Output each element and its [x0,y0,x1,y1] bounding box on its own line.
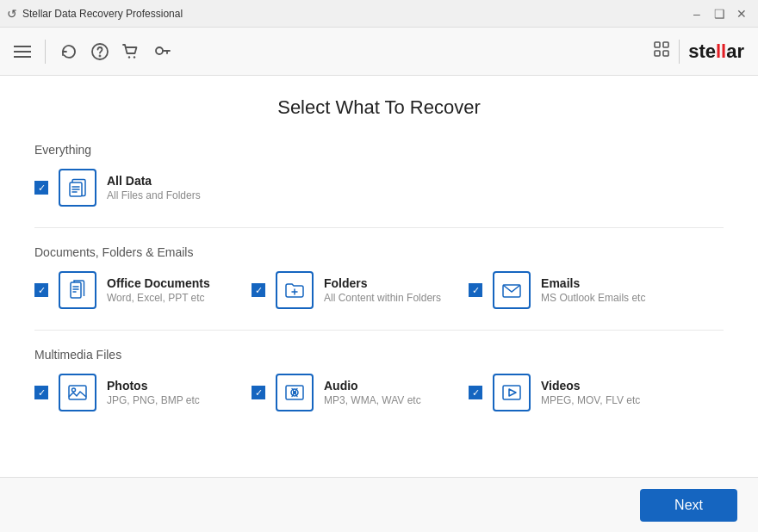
documents-options: ✓ Office Documents Word, Excel, PPT etc [34,271,724,309]
photos-checkbox[interactable]: ✓ [34,386,48,399]
office-docs-icon-box [59,271,96,309]
separator-2 [34,330,724,331]
option-all-data: ✓ All Data All Files and Folders [34,169,224,207]
all-data-checkbox[interactable]: ✓ [34,181,48,195]
page-title: Select What To Recover [34,96,724,119]
svg-rect-25 [503,386,520,399]
audio-icon-box [276,374,314,411]
all-data-icon-box [59,169,96,207]
grid-icon[interactable] [653,40,670,62]
option-audio: ✓ Audio MP3, WMA, WAV etc [252,374,441,411]
svg-rect-13 [71,282,81,298]
all-data-name: All Data [107,174,201,188]
toolbar-right: stellar [653,40,744,64]
emails-desc: MS Outlook Emails etc [541,292,645,304]
folders-checkbox[interactable]: ✓ [252,283,265,297]
next-button[interactable]: Next [640,489,737,522]
office-docs-icon [66,279,89,301]
back-icon: ↺ [7,7,17,21]
videos-icon [500,381,523,404]
menu-icon[interactable] [14,46,31,58]
cart-icon[interactable] [121,42,140,61]
folders-desc: All Content within Folders [324,292,441,304]
svg-point-1 [100,55,101,56]
separator-1 [34,227,724,228]
app-title: Stellar Data Recovery Professional [22,8,183,20]
all-data-icon [66,176,89,199]
svg-rect-5 [655,42,660,47]
toolbar-divider-right [679,40,680,64]
section-documents: Documents, Folders & Emails ✓ [34,245,724,309]
refresh-icon[interactable] [59,42,78,61]
office-docs-text: Office Documents Word, Excel, PPT etc [107,276,210,304]
office-docs-checkbox[interactable]: ✓ [34,283,48,297]
videos-desc: MPEG, MOV, FLV etc [541,394,640,406]
section-everything: Everything ✓ [34,143,724,207]
svg-rect-7 [655,51,660,56]
emails-text: Emails MS Outlook Emails etc [541,276,645,304]
all-data-desc: All Files and Folders [107,189,201,201]
photos-name: Photos [107,379,200,393]
key-icon[interactable] [152,42,171,61]
option-photos: ✓ Photos JPG, PNG, BMP etc [34,374,224,411]
photos-icon [66,381,89,404]
close-button[interactable]: ✕ [732,4,751,23]
photos-text: Photos JPG, PNG, BMP etc [107,379,200,406]
svg-marker-26 [509,389,516,396]
svg-point-3 [134,56,135,58]
toolbar-left [14,40,171,64]
photos-icon-box [59,374,96,411]
svg-point-2 [128,56,130,58]
help-icon[interactable] [90,42,109,61]
svg-point-4 [156,47,163,54]
option-videos: ✓ Videos MPEG, MOV, FLV etc [469,374,658,411]
toolbar: stellar [0,28,758,76]
all-data-text: All Data All Files and Folders [107,174,201,201]
audio-name: Audio [324,379,421,393]
folders-name: Folders [324,276,441,290]
title-bar-left: ↺ Stellar Data Recovery Professional [7,7,183,21]
photos-desc: JPG, PNG, BMP etc [107,394,200,406]
footer: Next [0,477,758,532]
emails-name: Emails [541,276,645,290]
svg-rect-20 [69,386,86,399]
videos-name: Videos [541,379,640,393]
folders-text: Folders All Content within Folders [324,276,441,304]
multimedia-options: ✓ Photos JPG, PNG, BMP etc ✓ [34,374,724,411]
section-multimedia: Multimedia Files ✓ Photos JPG, PNG, BMP … [34,348,724,411]
audio-desc: MP3, WMA, WAV etc [324,394,421,406]
section-everything-label: Everything [34,143,724,157]
audio-icon [283,381,306,404]
section-documents-label: Documents, Folders & Emails [34,245,724,259]
audio-text: Audio MP3, WMA, WAV etc [324,379,421,406]
videos-icon-box [493,374,531,411]
everything-options: ✓ All Data All Files and Folders [34,169,724,207]
window-controls: – ❑ ✕ [687,4,751,23]
toolbar-divider [45,40,46,64]
office-docs-desc: Word, Excel, PPT etc [107,292,210,304]
emails-icon [500,279,523,301]
restore-button[interactable]: ❑ [710,4,729,23]
section-multimedia-label: Multimedia Files [34,348,724,362]
emails-checkbox[interactable]: ✓ [469,283,482,297]
main-content: Select What To Recover Everything ✓ [0,76,758,477]
minimize-button[interactable]: – [687,4,706,23]
option-office-docs: ✓ Office Documents Word, Excel, PPT etc [34,271,224,309]
videos-text: Videos MPEG, MOV, FLV etc [541,379,640,406]
svg-point-21 [72,388,76,392]
folders-icon [283,279,306,301]
videos-checkbox[interactable]: ✓ [469,386,482,399]
option-folders: ✓ Folders All Content within Folders [252,271,441,309]
title-bar: ↺ Stellar Data Recovery Professional – ❑… [0,0,758,28]
folders-icon-box [276,271,314,309]
svg-rect-6 [663,42,668,47]
option-emails: ✓ Emails MS Outlook Emails etc [469,271,658,309]
audio-checkbox[interactable]: ✓ [252,386,265,399]
emails-icon-box [493,271,531,309]
svg-rect-8 [663,51,668,56]
office-docs-name: Office Documents [107,276,210,290]
all-data-checkbox-area: ✓ [34,181,48,195]
stellar-logo: stellar [688,40,744,63]
